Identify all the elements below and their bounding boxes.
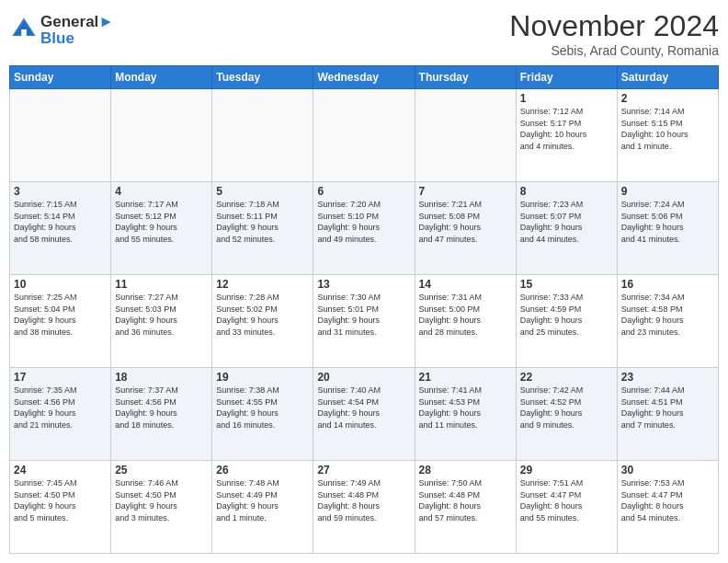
page: General► Blue November 2024 Sebis, Arad … [0,0,728,563]
col-tuesday: Tuesday [212,66,313,89]
calendar-cell [111,89,212,182]
calendar-cell: 20Sunrise: 7:40 AM Sunset: 4:54 PM Dayli… [313,368,415,461]
day-info: Sunrise: 7:25 AM Sunset: 5:04 PM Dayligh… [14,292,107,338]
week-row-2: 3Sunrise: 7:15 AM Sunset: 5:14 PM Daylig… [10,182,719,275]
calendar-cell: 23Sunrise: 7:44 AM Sunset: 4:51 PM Dayli… [617,368,718,461]
calendar: Sunday Monday Tuesday Wednesday Thursday… [9,65,719,554]
calendar-cell: 17Sunrise: 7:35 AM Sunset: 4:56 PM Dayli… [10,368,111,461]
day-number: 24 [14,464,107,477]
logo-line2: Blue [40,31,114,45]
day-info: Sunrise: 7:23 AM Sunset: 5:07 PM Dayligh… [520,199,613,245]
logo-line1: General► [40,13,114,31]
day-info: Sunrise: 7:40 AM Sunset: 4:54 PM Dayligh… [317,385,410,431]
calendar-cell: 4Sunrise: 7:17 AM Sunset: 5:12 PM Daylig… [111,182,212,275]
day-number: 14 [419,278,512,291]
calendar-cell: 14Sunrise: 7:31 AM Sunset: 5:00 PM Dayli… [415,275,516,368]
day-info: Sunrise: 7:35 AM Sunset: 4:56 PM Dayligh… [14,385,107,431]
location: Sebis, Arad County, Romania [509,43,719,58]
day-number: 4 [115,185,208,198]
day-number: 29 [520,464,613,477]
day-info: Sunrise: 7:44 AM Sunset: 4:51 PM Dayligh… [621,385,714,431]
week-row-1: 1Sunrise: 7:12 AM Sunset: 5:17 PM Daylig… [10,89,719,182]
day-number: 23 [621,371,714,384]
calendar-cell: 12Sunrise: 7:28 AM Sunset: 5:02 PM Dayli… [212,275,313,368]
day-number: 30 [621,464,714,477]
day-number: 7 [419,185,512,198]
calendar-cell: 1Sunrise: 7:12 AM Sunset: 5:17 PM Daylig… [516,89,617,182]
col-saturday: Saturday [617,66,718,89]
day-info: Sunrise: 7:27 AM Sunset: 5:03 PM Dayligh… [115,292,208,338]
day-info: Sunrise: 7:53 AM Sunset: 4:47 PM Dayligh… [621,477,714,523]
day-number: 1 [520,92,613,105]
svg-rect-2 [21,29,27,36]
calendar-cell: 28Sunrise: 7:50 AM Sunset: 4:48 PM Dayli… [415,461,516,554]
day-number: 13 [317,278,410,291]
day-number: 8 [520,185,613,198]
month-title: November 2024 [509,9,719,43]
col-sunday: Sunday [10,66,111,89]
logo: General► Blue [9,13,114,45]
calendar-cell: 22Sunrise: 7:42 AM Sunset: 4:52 PM Dayli… [516,368,617,461]
day-number: 20 [317,371,410,384]
day-info: Sunrise: 7:48 AM Sunset: 4:49 PM Dayligh… [216,477,309,523]
calendar-cell: 7Sunrise: 7:21 AM Sunset: 5:08 PM Daylig… [415,182,516,275]
calendar-cell: 19Sunrise: 7:38 AM Sunset: 4:55 PM Dayli… [212,368,313,461]
title-block: November 2024 Sebis, Arad County, Romani… [509,9,719,58]
day-number: 9 [621,185,714,198]
day-info: Sunrise: 7:50 AM Sunset: 4:48 PM Dayligh… [419,477,512,523]
day-info: Sunrise: 7:37 AM Sunset: 4:56 PM Dayligh… [115,385,208,431]
header: General► Blue November 2024 Sebis, Arad … [9,9,719,58]
day-info: Sunrise: 7:31 AM Sunset: 5:00 PM Dayligh… [419,292,512,338]
day-info: Sunrise: 7:45 AM Sunset: 4:50 PM Dayligh… [14,477,107,523]
day-info: Sunrise: 7:14 AM Sunset: 5:15 PM Dayligh… [621,106,714,152]
day-number: 11 [115,278,208,291]
day-info: Sunrise: 7:46 AM Sunset: 4:50 PM Dayligh… [115,477,208,523]
day-info: Sunrise: 7:42 AM Sunset: 4:52 PM Dayligh… [520,385,613,431]
day-number: 28 [419,464,512,477]
col-wednesday: Wednesday [313,66,415,89]
day-number: 3 [14,185,107,198]
calendar-cell: 6Sunrise: 7:20 AM Sunset: 5:10 PM Daylig… [313,182,415,275]
col-friday: Friday [516,66,617,89]
day-number: 27 [317,464,410,477]
day-info: Sunrise: 7:38 AM Sunset: 4:55 PM Dayligh… [216,385,309,431]
calendar-cell [212,89,313,182]
calendar-cell: 5Sunrise: 7:18 AM Sunset: 5:11 PM Daylig… [212,182,313,275]
calendar-cell: 24Sunrise: 7:45 AM Sunset: 4:50 PM Dayli… [10,461,111,554]
day-number: 2 [621,92,714,105]
calendar-cell: 27Sunrise: 7:49 AM Sunset: 4:48 PM Dayli… [313,461,415,554]
calendar-cell [313,89,415,182]
calendar-cell [10,89,111,182]
day-info: Sunrise: 7:28 AM Sunset: 5:02 PM Dayligh… [216,292,309,338]
calendar-cell: 26Sunrise: 7:48 AM Sunset: 4:49 PM Dayli… [212,461,313,554]
calendar-cell: 15Sunrise: 7:33 AM Sunset: 4:59 PM Dayli… [516,275,617,368]
day-number: 18 [115,371,208,384]
day-number: 5 [216,185,309,198]
day-number: 17 [14,371,107,384]
day-number: 26 [216,464,309,477]
day-info: Sunrise: 7:51 AM Sunset: 4:47 PM Dayligh… [520,477,613,523]
calendar-cell: 10Sunrise: 7:25 AM Sunset: 5:04 PM Dayli… [10,275,111,368]
calendar-cell: 21Sunrise: 7:41 AM Sunset: 4:53 PM Dayli… [415,368,516,461]
day-number: 19 [216,371,309,384]
calendar-cell: 16Sunrise: 7:34 AM Sunset: 4:58 PM Dayli… [617,275,718,368]
day-info: Sunrise: 7:12 AM Sunset: 5:17 PM Dayligh… [520,106,613,152]
calendar-header-row: Sunday Monday Tuesday Wednesday Thursday… [10,66,719,89]
day-number: 15 [520,278,613,291]
week-row-5: 24Sunrise: 7:45 AM Sunset: 4:50 PM Dayli… [10,461,719,554]
day-info: Sunrise: 7:49 AM Sunset: 4:48 PM Dayligh… [317,477,410,523]
day-number: 25 [115,464,208,477]
week-row-4: 17Sunrise: 7:35 AM Sunset: 4:56 PM Dayli… [10,368,719,461]
calendar-cell: 29Sunrise: 7:51 AM Sunset: 4:47 PM Dayli… [516,461,617,554]
calendar-cell: 8Sunrise: 7:23 AM Sunset: 5:07 PM Daylig… [516,182,617,275]
day-info: Sunrise: 7:41 AM Sunset: 4:53 PM Dayligh… [419,385,512,431]
calendar-cell: 3Sunrise: 7:15 AM Sunset: 5:14 PM Daylig… [10,182,111,275]
day-number: 21 [419,371,512,384]
day-number: 22 [520,371,613,384]
day-number: 6 [317,185,410,198]
col-thursday: Thursday [415,66,516,89]
day-info: Sunrise: 7:18 AM Sunset: 5:11 PM Dayligh… [216,199,309,245]
col-monday: Monday [111,66,212,89]
day-info: Sunrise: 7:33 AM Sunset: 4:59 PM Dayligh… [520,292,613,338]
day-info: Sunrise: 7:20 AM Sunset: 5:10 PM Dayligh… [317,199,410,245]
